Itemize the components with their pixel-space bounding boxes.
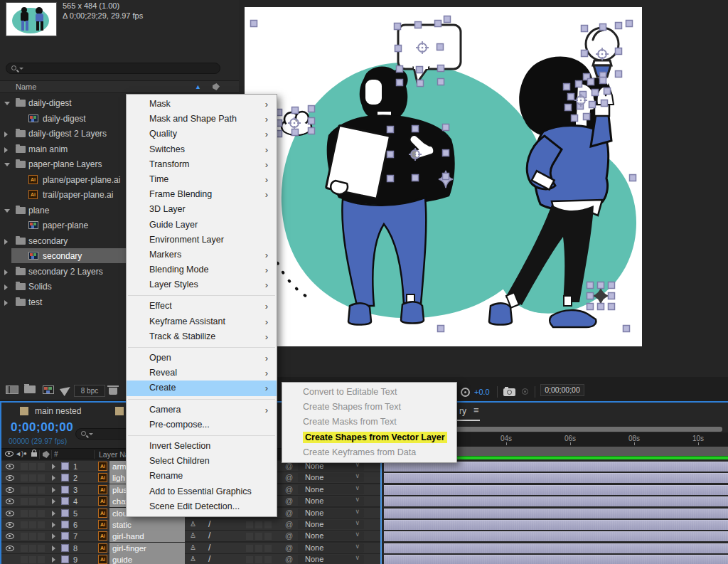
menu-item-reveal[interactable]: Reveal› <box>127 366 277 381</box>
twirl-icon[interactable] <box>52 533 55 539</box>
shy-icon[interactable]: ♙ <box>190 543 196 551</box>
parent-dropdown[interactable]: None∨ <box>298 531 364 541</box>
layer-name[interactable]: girl-finger <box>109 543 185 554</box>
shy-icon[interactable]: ♙ <box>190 555 196 563</box>
new-folder-icon[interactable] <box>24 385 36 393</box>
audio-switch[interactable] <box>21 556 28 563</box>
eye-icon[interactable] <box>6 533 14 539</box>
panel-menu-icon[interactable]: ≡ <box>473 405 479 415</box>
layer-name[interactable]: girl-hand <box>109 531 185 542</box>
switch-cell[interactable] <box>246 533 253 540</box>
exposure-icon[interactable] <box>461 388 470 397</box>
menu-item-3d-layer[interactable]: 3D Layer <box>127 202 277 217</box>
audio-column-icon[interactable]: ◄) <box>15 450 23 457</box>
menu-item-pre-compose[interactable]: Pre-compose... <box>127 417 277 432</box>
pick-whip-icon[interactable]: @ <box>285 543 293 552</box>
caret-icon[interactable] <box>4 102 10 105</box>
menu-item-switches[interactable]: Switches› <box>127 142 277 157</box>
viewer-current-time[interactable]: 0;00;00;00 <box>540 384 584 396</box>
pick-whip-icon[interactable]: @ <box>285 496 293 505</box>
menu-item-mask-and-shape-path[interactable]: Mask and Shape Path› <box>127 112 277 127</box>
layer-row-8[interactable]: 8 Ai girl-finger ♙/ @ None∨ <box>1 543 380 554</box>
project-search-input[interactable] <box>6 63 220 74</box>
layer-name[interactable]: guide <box>109 554 185 564</box>
parent-dropdown[interactable]: None∨ <box>298 543 364 553</box>
switch-cell[interactable] <box>255 533 262 540</box>
twirl-icon[interactable] <box>52 487 55 493</box>
switch-cell[interactable] <box>264 521 272 528</box>
label-swatch[interactable] <box>61 474 69 481</box>
audio-switch[interactable] <box>21 545 28 552</box>
eye-icon[interactable] <box>6 522 14 528</box>
exposure-value[interactable]: +0.0 <box>474 388 490 396</box>
menu-item-open[interactable]: Open› <box>127 351 277 366</box>
parent-dropdown[interactable]: None∨ <box>298 509 364 518</box>
switch-cell[interactable] <box>255 545 262 552</box>
quality-icon[interactable]: / <box>208 554 210 564</box>
audio-switch[interactable] <box>21 474 28 481</box>
lock-switch[interactable] <box>38 463 45 470</box>
solo-switch[interactable] <box>29 556 36 563</box>
solo-switch[interactable] <box>29 474 36 481</box>
menu-item-camera[interactable]: Camera› <box>127 403 277 417</box>
sort-ascending-icon[interactable]: ▲ <box>195 83 201 90</box>
menu-item-mask[interactable]: Mask› <box>127 97 277 112</box>
layer-duration-bar[interactable] <box>384 496 728 506</box>
parent-dropdown[interactable]: None∨ <box>298 473 364 482</box>
lock-switch[interactable] <box>38 510 45 517</box>
eye-icon[interactable] <box>6 475 14 481</box>
lock-switch[interactable] <box>38 486 45 494</box>
parent-dropdown[interactable]: None∨ <box>298 520 364 529</box>
audio-switch[interactable] <box>21 463 28 470</box>
switch-cell[interactable] <box>255 521 262 528</box>
caret-icon[interactable] <box>4 270 8 275</box>
eye-icon[interactable] <box>6 546 14 551</box>
twirl-icon[interactable] <box>52 522 55 528</box>
pick-whip-icon[interactable]: @ <box>285 555 293 563</box>
solo-switch[interactable] <box>29 498 36 505</box>
menu-item-create[interactable]: Create› <box>127 381 277 395</box>
quality-icon[interactable]: / <box>208 531 210 541</box>
project-columns-header[interactable]: Name ▲ <box>0 80 239 93</box>
audio-switch[interactable] <box>21 521 28 528</box>
label-swatch[interactable] <box>61 509 69 517</box>
caret-icon[interactable] <box>4 209 10 213</box>
show-channel-icon[interactable] <box>522 388 528 395</box>
audio-switch[interactable] <box>21 498 28 505</box>
submenu-item-create-shapes-from-vector-layer[interactable]: Create Shapes from Vector Layer <box>282 430 456 445</box>
audio-switch[interactable] <box>21 486 28 494</box>
layer-row-7[interactable]: 7 Ai girl-hand ♙/ @ None∨ <box>1 531 380 542</box>
eye-icon[interactable] <box>6 464 14 469</box>
pick-whip-icon[interactable]: @ <box>285 531 293 540</box>
layer-duration-bar[interactable] <box>384 462 728 472</box>
lock-switch[interactable] <box>38 521 45 528</box>
caret-icon[interactable] <box>4 147 8 153</box>
label-swatch[interactable] <box>61 555 69 563</box>
caret-icon[interactable] <box>4 132 8 137</box>
label-swatch[interactable] <box>61 497 69 505</box>
caret-icon[interactable] <box>4 300 8 306</box>
audio-switch[interactable] <box>21 533 28 540</box>
menu-item-add-to-essential-graphics[interactable]: Add to Essential Graphics <box>127 484 277 499</box>
solo-switch[interactable] <box>29 486 36 494</box>
lock-switch[interactable] <box>38 498 45 505</box>
eye-icon[interactable] <box>6 511 14 516</box>
menu-item-select-children[interactable]: Select Children <box>127 454 277 469</box>
twirl-icon[interactable] <box>52 464 55 469</box>
bit-depth-button[interactable]: 8 bpc <box>74 385 105 397</box>
parent-dropdown[interactable]: None∨ <box>298 485 364 494</box>
quality-icon[interactable]: / <box>208 543 210 553</box>
layer-duration-bar[interactable] <box>384 543 728 553</box>
switch-cell[interactable] <box>264 556 272 563</box>
pick-whip-icon[interactable]: @ <box>285 520 293 528</box>
label-column-icon[interactable] <box>213 83 220 90</box>
composition-canvas[interactable] <box>245 7 642 346</box>
menu-item-frame-blending[interactable]: Frame Blending› <box>127 187 277 202</box>
label-swatch[interactable] <box>61 532 69 540</box>
lock-switch[interactable] <box>38 533 45 540</box>
lock-switch[interactable] <box>38 556 45 563</box>
caret-icon[interactable] <box>4 239 8 245</box>
menu-item-layer-styles[interactable]: Layer Styles› <box>127 277 277 292</box>
switch-cell[interactable] <box>264 545 272 552</box>
menu-item-keyframe-assistant[interactable]: Keyframe Assistant› <box>127 314 277 329</box>
